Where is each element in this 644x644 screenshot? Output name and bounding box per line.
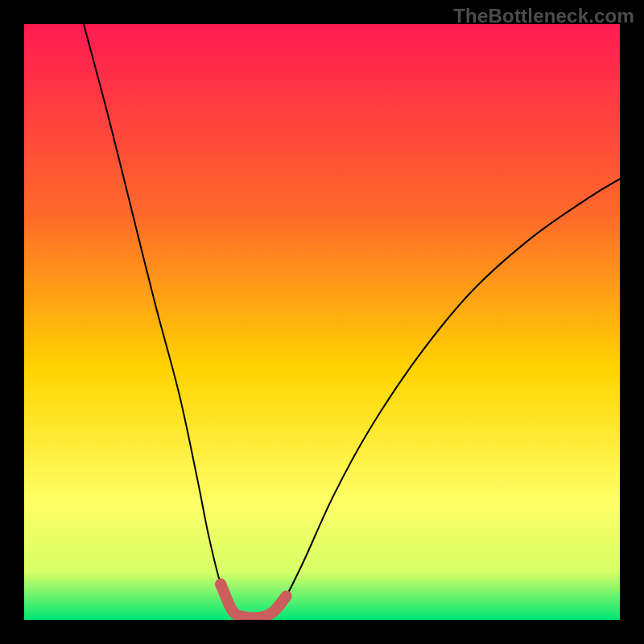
watermark-text: TheBottleneck.com xyxy=(453,5,634,27)
sweet-spot-highlight xyxy=(221,584,286,618)
bottleneck-curve-layer xyxy=(24,24,620,620)
plot-frame xyxy=(24,24,620,620)
sweet-spot-start-marker xyxy=(215,579,226,590)
bottleneck-curve xyxy=(84,24,620,617)
